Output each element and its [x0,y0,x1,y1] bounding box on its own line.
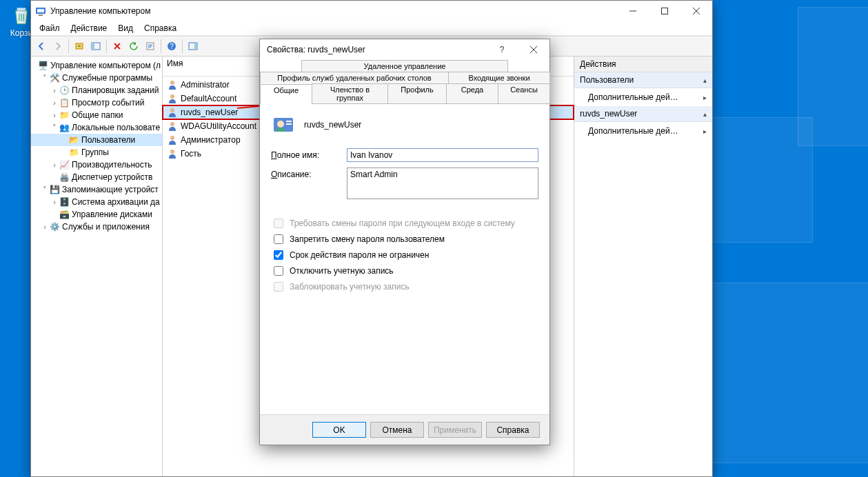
apply-button[interactable]: Применить [428,422,482,438]
dialog-titlebar[interactable]: Свойства: ruvds_newUser ? [260,39,549,60]
cancel-button[interactable]: Отмена [370,422,424,438]
chk-disabled[interactable] [274,266,283,276]
svg-rect-24 [286,123,292,125]
nav-back-button[interactable] [34,39,49,54]
tab-sessions[interactable]: Сеансы [498,83,550,103]
actions-section-user[interactable]: ruvds_newUser▴ [574,106,712,122]
tab-rds-profile[interactable]: Профиль служб удаленных рабочих столов [260,72,449,83]
svg-text:?: ? [500,45,505,54]
tree-storage[interactable]: Запоминающие устройст [62,185,159,194]
tree-localusers[interactable]: Локальные пользовате [72,123,160,132]
help-button[interactable]: Справка [486,422,540,438]
help-button[interactable]: ? [164,39,179,54]
tree-shared[interactable]: Общие папки [72,110,123,120]
actions-link-more-2[interactable]: Дополнительные дей…▸ [574,122,712,140]
tab-general[interactable]: Общие [260,84,312,104]
menu-view[interactable]: Вид [112,22,139,34]
disk-icon: 🗃️ [59,210,70,219]
tree-users[interactable]: Пользователи [81,135,135,145]
tree-scheduler[interactable]: Планировщик заданий [72,85,159,95]
users-group-icon: 👥 [59,123,70,132]
svg-point-12 [170,81,174,85]
dialog-close-button[interactable] [518,39,549,60]
menu-help[interactable]: Справка [139,22,182,34]
chevron-right-icon: ▸ [703,128,707,135]
tree-devmgr[interactable]: Диспетчер устройств [72,172,152,182]
chk-must-change [274,219,283,228]
actions-link-more-1[interactable]: Дополнительные дей…▸ [574,88,712,106]
perf-icon: 📈 [59,160,70,170]
tree-groups[interactable]: Группы [81,148,109,157]
fullname-label: ППолное имя:олное имя: [271,148,347,160]
svg-rect-11 [194,43,197,50]
menu-file[interactable]: Файл [34,22,65,34]
mmc-titlebar[interactable]: Управление компьютером [31,1,712,21]
action-pane-button[interactable] [185,39,201,54]
chevron-up-icon: ▴ [703,110,707,118]
maximize-button[interactable] [649,1,680,21]
ok-button[interactable]: OK [312,422,366,438]
console-tree[interactable]: 🖥️Управление компьютером (л ˅🛠️Служебные… [31,57,163,476]
folder-icon: 📂 [68,135,79,145]
chk-never-expires[interactable] [274,250,283,260]
user-icon [167,93,178,104]
tree-root[interactable]: Управление компьютером (л [50,61,161,70]
user-icon [271,112,296,137]
chk-cannot-change[interactable] [274,234,283,244]
user-icon [167,121,178,132]
description-label: Описание: [271,168,347,179]
folder-icon: 📁 [68,148,79,157]
computer-icon: 🖥️ [38,61,48,70]
tree-svcapps[interactable]: Службы и приложения [62,222,150,232]
backup-icon: 🗄️ [59,197,70,207]
tree-disks[interactable]: Управление дисками [72,210,152,219]
tree-events[interactable]: Просмотр событий [72,98,144,108]
list-item-label: Администратор [181,135,241,145]
mmc-app-icon [35,6,46,17]
tab-dialin[interactable]: Входящие звонки [448,72,550,83]
tab-profile[interactable]: Профиль [387,83,447,103]
actions-section-users[interactable]: Пользователи▴ [574,72,712,88]
minimize-button[interactable] [617,1,649,21]
services-icon: ⚙️ [49,222,60,232]
svg-point-22 [277,121,284,128]
fullname-input[interactable] [347,148,538,162]
svg-point-17 [170,150,174,154]
tab-memberof[interactable]: Членство в группах [312,83,388,103]
export-button[interactable] [143,39,158,54]
chk-locked [274,282,283,292]
nav-forward-button[interactable] [50,39,65,54]
svg-text:?: ? [170,43,174,50]
tab-remote-control[interactable]: Удаленное управление [301,60,508,72]
list-item-label: DefaultAccount [181,94,236,103]
up-button[interactable] [72,39,87,54]
menu-action[interactable]: Действие [65,22,113,34]
list-item-label: WDAGUtilityAccount [181,121,256,131]
tab-environment[interactable]: Среда [446,83,498,103]
tree-services[interactable]: Служебные программы [62,73,152,83]
svg-rect-2 [39,14,43,16]
description-input[interactable]: Smart Admin [347,168,538,199]
tree-backup[interactable]: Система архивации да [72,197,160,207]
svg-rect-6 [92,43,94,50]
list-item-label: ruvds_newUser [181,108,238,117]
show-hide-tree-button[interactable] [88,39,103,54]
properties-dialog: Свойства: ruvds_newUser ? Удаленное упра… [259,39,550,445]
mmc-title: Управление компьютером [50,6,617,16]
svg-rect-23 [286,121,292,122]
device-icon: 🖨️ [59,172,70,182]
user-icon [167,134,178,145]
delete-button[interactable] [110,39,125,54]
shared-icon: 📁 [59,110,70,120]
close-button[interactable] [680,1,712,21]
tree-perf[interactable]: Производительность [72,160,152,170]
storage-icon: 💾 [49,185,60,194]
user-icon [167,79,178,90]
svg-point-16 [170,136,174,140]
refresh-button[interactable] [126,39,141,54]
tools-icon: 🛠️ [49,73,60,83]
dialog-help-button[interactable]: ? [486,39,518,60]
menubar[interactable]: Файл Действие Вид Справка [31,21,712,36]
scheduler-icon: 🕒 [59,85,70,95]
dialog-username: ruvds_newUser [304,120,361,130]
